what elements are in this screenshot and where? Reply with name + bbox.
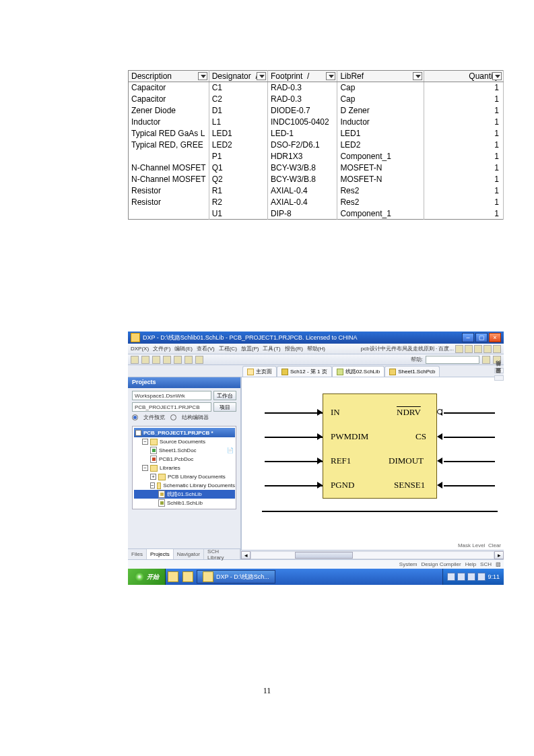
tree-collapse-icon[interactable]: − (135, 430, 141, 436)
scroll-left-icon[interactable]: ◂ (241, 551, 251, 559)
tree-item[interactable]: Schlib1.SchLib (167, 500, 203, 506)
tree-item-project[interactable]: PCB_PROJECT1.PRJPCB * (143, 430, 213, 436)
table-row[interactable]: InductorL1INDC1005-0402Inductor1 (129, 117, 504, 128)
menu-item[interactable]: 工程(C) (219, 345, 237, 352)
tab-files[interactable]: Files (128, 549, 147, 559)
side-tab-preferences[interactable]: 偏好设定 (494, 375, 504, 381)
filter-icon[interactable] (257, 72, 266, 80)
menu-item[interactable]: DXP(X) (131, 346, 149, 352)
close-button[interactable]: × (489, 333, 501, 342)
tree-item[interactable]: PCB Library Documents (168, 474, 226, 480)
tree-expand-icon[interactable]: + (150, 474, 156, 480)
project-select[interactable]: PCB_PROJECT1.PRJPCB (132, 402, 211, 412)
tab-projects[interactable]: Projects (147, 549, 174, 559)
tray-icon[interactable] (457, 573, 465, 581)
tree-item[interactable]: PCB1.PcbDoc (159, 456, 193, 462)
filter-icon[interactable] (198, 72, 207, 80)
status-tab[interactable]: SCH (480, 561, 492, 567)
document-tab[interactable]: 线路02.SchLib (332, 366, 385, 377)
bom-col-description[interactable]: Description (129, 71, 209, 82)
tab-navigator[interactable]: Navigator (174, 549, 204, 559)
table-row[interactable]: Zener DiodeD1DIODE-0.7D Zener1 (129, 105, 504, 117)
tree-item[interactable]: Sheet1.SchDoc (159, 447, 197, 453)
menu-item[interactable]: 帮助(H) (307, 345, 325, 352)
start-button[interactable]: 开始 (128, 569, 166, 585)
toolbar-icon[interactable] (152, 356, 160, 364)
document-tab[interactable]: 主页面 (242, 366, 277, 377)
filter-icon[interactable] (492, 72, 502, 80)
bom-col-quantity[interactable]: Quantity (424, 71, 504, 82)
toolbar-icon[interactable] (482, 356, 490, 364)
tray-icon[interactable] (447, 573, 455, 581)
quicklaunch-icon[interactable] (168, 571, 178, 582)
bom-col-libref[interactable]: LibRef (337, 71, 424, 82)
toolbar-icon[interactable] (131, 356, 139, 364)
tree-collapse-icon[interactable]: − (142, 439, 148, 445)
toolbar-icon[interactable] (474, 345, 482, 353)
tray-clock[interactable]: 9:11 (488, 573, 500, 580)
tree-item[interactable]: Schematic Library Documents (163, 482, 235, 489)
toolbar-icon[interactable] (185, 356, 193, 364)
toolbar-icon[interactable] (493, 356, 501, 364)
menu-item[interactable]: 文件(F) (153, 345, 170, 352)
tree-item[interactable]: Libraries (160, 465, 180, 471)
scroll-right-icon[interactable]: ▸ (494, 551, 504, 559)
toolbar-icon[interactable] (455, 345, 463, 353)
side-tab-clipboard[interactable]: 剪贴板 (494, 368, 504, 373)
status-tab[interactable]: Design Compiler (422, 561, 461, 567)
status-tab[interactable]: System (399, 561, 418, 567)
bom-col-footprint[interactable]: Footprint / (267, 71, 337, 82)
tray-icon[interactable] (467, 573, 475, 581)
help-search-input[interactable] (426, 356, 479, 364)
document-tab[interactable]: Sheet1.SchPcb (385, 366, 440, 377)
toolbar-icon[interactable] (493, 345, 501, 353)
window-titlebar[interactable]: DXP - D:\线路Schlib01.SchLib - PCB_PROJECT… (128, 332, 504, 344)
toolbar-icon[interactable] (195, 356, 203, 364)
table-row[interactable]: Typical RED GaAs LLED1LED-1LED11 (129, 128, 504, 139)
toolbar-icon[interactable] (163, 356, 171, 364)
panel-title[interactable]: Projects (128, 377, 240, 388)
tree-item[interactable]: Source Documents (160, 439, 205, 445)
scroll-track[interactable] (251, 551, 494, 559)
radio-structure-editor[interactable] (170, 414, 176, 420)
table-row[interactable]: ResistorR2AXIAL-0.4Res21 (129, 197, 504, 208)
table-row[interactable]: Typical RED, GREELED2DSO-F2/D6.1LED21 (129, 139, 504, 151)
table-row[interactable]: ResistorR1AXIAL-0.4Res21 (129, 185, 504, 197)
table-row[interactable]: N-Channel MOSFETQ1BCY-W3/B.8MOSFET-N1 (129, 162, 504, 174)
filter-icon[interactable] (326, 72, 335, 80)
horizontal-scrollbar[interactable]: ◂ ▸ (241, 550, 504, 559)
tab-sch-library[interactable]: SCH Library (204, 549, 240, 559)
toolbar-icon[interactable] (483, 345, 492, 353)
workspace-button[interactable]: 工作台 (213, 391, 236, 400)
tray-icon[interactable] (477, 573, 486, 581)
mask-level[interactable]: Mask Level (458, 542, 485, 548)
menu-item[interactable]: 编辑(E) (174, 345, 193, 352)
filter-icon[interactable] (413, 72, 422, 80)
workspace-select[interactable]: Workspace1.DsnWrk (132, 391, 211, 400)
tree-collapse-icon[interactable]: − (150, 482, 155, 489)
menu-item[interactable]: 报告(R) (285, 345, 303, 352)
minimize-button[interactable]: – (462, 333, 474, 342)
project-button[interactable]: 项目 (213, 402, 236, 412)
table-row[interactable]: P1HDR1X3Component_11 (129, 151, 504, 162)
taskbar-app-button[interactable]: DXP - D:\线路Sch... (197, 570, 275, 584)
toolbar-icon[interactable] (465, 345, 473, 353)
table-row[interactable]: CapacitorC1RAD-0.3Cap1 (129, 82, 504, 94)
table-row[interactable]: CapacitorC2RAD-0.3Cap1 (129, 94, 504, 105)
quicklaunch-icon[interactable] (182, 571, 193, 582)
table-row[interactable]: U1DIP-8Component_11 (129, 208, 504, 220)
radio-file-preview[interactable] (132, 414, 138, 420)
project-tree[interactable]: −PCB_PROJECT1.PRJPCB * −Source Documents… (132, 426, 236, 509)
menu-item[interactable]: 放置(P) (241, 345, 259, 352)
maximize-button[interactable]: ▢ (475, 333, 488, 342)
toolbar-icon[interactable] (174, 356, 182, 364)
schematic-canvas[interactable]: IN PWMDIM REF1 PGND NDRV CS DIMOUT (241, 377, 504, 550)
menu-item[interactable]: 工具(T) (263, 345, 280, 352)
tree-item-selected[interactable]: 线路01.SchLib (167, 491, 202, 498)
tree-collapse-icon[interactable]: − (142, 465, 148, 471)
bom-col-designator[interactable]: Designator / (209, 71, 267, 82)
status-tab[interactable]: Help (465, 561, 476, 567)
document-tab[interactable]: Sch12 - 第 1 页 (277, 366, 332, 377)
table-row[interactable]: N-Channel MOSFETQ2BCY-W3/B.8MOSFET-N1 (129, 174, 504, 185)
toolbar-icon[interactable] (141, 356, 149, 364)
